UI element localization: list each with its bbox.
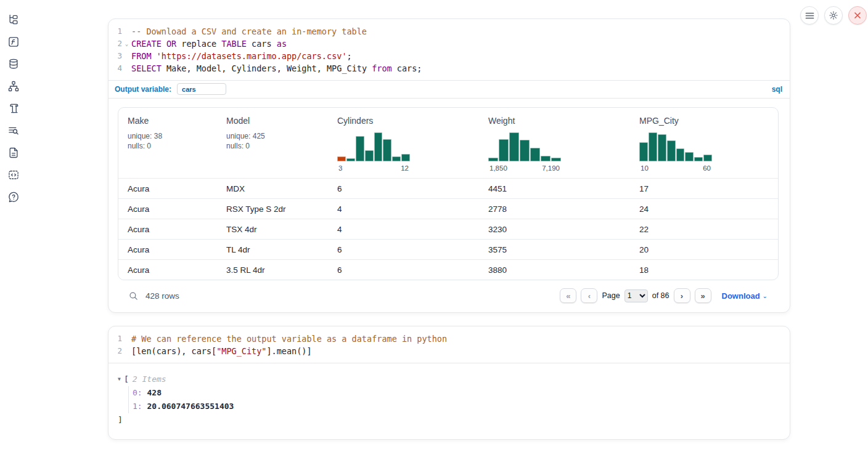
notebook-area: 1-- Download a CSV and create an in-memo… — [108, 0, 790, 440]
dependency-graph-icon[interactable] — [7, 80, 20, 92]
snippets-icon[interactable] — [7, 169, 20, 181]
output-variable-input[interactable] — [177, 83, 226, 95]
histogram-axis-labels: 312 — [337, 164, 410, 172]
table-row[interactable]: AcuraTSX 4dr4323022 — [118, 219, 778, 239]
histogram-bar[interactable] — [676, 148, 685, 161]
table-cell: 3575 — [479, 245, 630, 254]
code-text: [len(cars), cars["MPG_City"].mean()] — [131, 345, 790, 357]
table-cell: 2778 — [479, 204, 630, 214]
table-row[interactable]: AcuraRSX Type S 2dr4277824 — [118, 198, 778, 219]
scratchpad-icon[interactable] — [7, 102, 20, 115]
search-icon[interactable] — [128, 291, 139, 301]
page-total: of 86 — [652, 291, 669, 300]
file-explorer-icon[interactable] — [7, 14, 20, 26]
histogram-bar[interactable] — [383, 139, 391, 162]
column-header-cylinders[interactable]: Cylinders 312 — [328, 108, 479, 178]
histogram-bar[interactable] — [365, 150, 374, 161]
row-count: 428 rows — [145, 291, 179, 301]
collapse-chevron-icon[interactable]: ▼ — [118, 373, 124, 386]
language-badge: sql — [772, 85, 782, 94]
histogram-bar[interactable] — [530, 148, 540, 162]
table-cell: Acura — [118, 184, 217, 193]
table-cell: 20 — [630, 245, 778, 254]
mpg-city-histogram[interactable] — [639, 131, 712, 161]
fold-spacer — [122, 25, 131, 38]
variables-icon[interactable] — [7, 36, 20, 48]
first-page-button[interactable]: « — [560, 288, 576, 303]
histogram-bar[interactable] — [392, 156, 401, 161]
code-line[interactable]: 1# We can reference the output variable … — [108, 333, 790, 345]
table-cell: 3.5 RL 4dr — [217, 265, 328, 275]
help-icon[interactable] — [7, 191, 20, 203]
code-line[interactable]: 2⌄CREATE OR replace TABLE cars as — [108, 38, 790, 50]
fold-chevron-icon[interactable]: ⌄ — [122, 38, 131, 50]
table-cell: Acura — [118, 245, 217, 254]
fold-spacer — [122, 62, 131, 75]
python-code-editor[interactable]: 1# We can reference the output variable … — [108, 326, 790, 363]
logs-icon[interactable] — [7, 124, 20, 137]
next-page-button[interactable]: › — [674, 288, 690, 303]
sql-code-editor[interactable]: 1-- Download a CSV and create an in-memo… — [108, 19, 790, 80]
datasources-icon[interactable] — [7, 58, 20, 70]
table-cell: 6 — [328, 265, 479, 275]
table-row[interactable]: Acura3.5 RL 4dr6388018 — [118, 259, 778, 280]
histogram-bar[interactable] — [520, 140, 530, 161]
table-cell: 6 — [328, 245, 479, 254]
histogram-bar[interactable] — [703, 155, 712, 161]
line-number: 4 — [108, 62, 122, 75]
last-page-button[interactable]: » — [695, 288, 711, 303]
documentation-icon[interactable] — [7, 147, 20, 159]
table-row[interactable]: AcuraTL 4dr6357520 — [118, 239, 778, 259]
histogram-bar[interactable] — [649, 132, 657, 162]
histogram-bar[interactable] — [374, 132, 383, 162]
download-button[interactable]: Download ⌄ — [722, 291, 768, 301]
table-header-row: Make unique: 38 nulls: 0 Model unique: 4… — [118, 108, 778, 178]
table-row[interactable]: AcuraMDX6445117 — [118, 178, 778, 198]
histogram-bar[interactable] — [346, 158, 355, 161]
page-select[interactable]: 1 — [624, 289, 648, 302]
histogram-bar[interactable] — [667, 140, 676, 161]
histogram-bar[interactable] — [639, 142, 648, 161]
histogram-bar[interactable] — [337, 156, 346, 162]
shutdown-button[interactable] — [848, 6, 867, 25]
column-header-make[interactable]: Make unique: 38 nulls: 0 — [118, 108, 217, 178]
code-line[interactable]: 3FROM 'https://datasets.marimo.app/cars.… — [108, 50, 790, 62]
table-cell: TSX 4dr — [217, 225, 328, 234]
line-number: 1 — [108, 333, 122, 345]
histogram-bar[interactable] — [488, 158, 498, 161]
output-variable-bar: Output variable: sql — [108, 80, 790, 98]
menu-button[interactable] — [800, 6, 819, 25]
list-item-key: 1: — [133, 402, 147, 411]
histogram-bar[interactable] — [541, 156, 551, 161]
histogram-bar[interactable] — [356, 136, 364, 162]
code-line[interactable]: 4SELECT Make, Model, Cylinders, Weight, … — [108, 62, 790, 75]
list-item: 0: 428 — [133, 386, 790, 400]
histogram-bar[interactable] — [509, 132, 519, 162]
list-entries: 0: 4281: 20.060747663551403 — [128, 386, 790, 413]
table-cell: MDX — [217, 184, 328, 193]
weight-histogram[interactable] — [488, 131, 561, 161]
column-header-weight[interactable]: Weight 1,8507,190 — [479, 108, 630, 178]
table-output-wrap: Make unique: 38 nulls: 0 Model unique: 4… — [108, 98, 790, 312]
histogram-bar[interactable] — [499, 139, 509, 162]
table-cell: 4451 — [479, 184, 630, 193]
column-header-mpg-city[interactable]: MPG_City 1060 — [630, 108, 778, 178]
previous-page-button[interactable]: ‹ — [581, 288, 597, 303]
settings-button[interactable] — [824, 6, 843, 25]
table-cell: 17 — [630, 184, 778, 193]
code-line[interactable]: 2[len(cars), cars["MPG_City"].mean()] — [108, 345, 790, 357]
histogram-bar[interactable] — [685, 152, 694, 162]
column-header-model[interactable]: Model unique: 425 nulls: 0 — [217, 108, 328, 178]
cylinders-histogram[interactable] — [337, 131, 410, 161]
column-stats: unique: 425 nulls: 0 — [226, 131, 328, 151]
table-cell: 22 — [630, 225, 778, 234]
histogram-bar[interactable] — [658, 134, 666, 161]
code-line[interactable]: 1-- Download a CSV and create an in-memo… — [108, 25, 790, 38]
list-item-value: 20.060747663551403 — [147, 402, 234, 411]
histogram-bar[interactable] — [551, 158, 561, 162]
line-number: 2 — [108, 38, 122, 50]
list-item-value: 428 — [147, 388, 161, 397]
histogram-bar[interactable] — [401, 154, 410, 161]
list-item: 1: 20.060747663551403 — [133, 400, 790, 413]
histogram-bar[interactable] — [694, 157, 703, 161]
